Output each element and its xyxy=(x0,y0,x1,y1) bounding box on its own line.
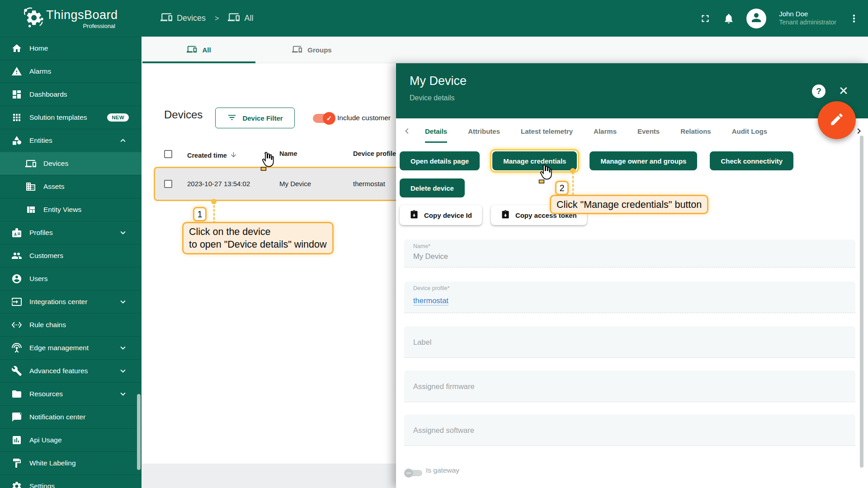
sidebar-item-edge-management[interactable]: Edge management xyxy=(0,336,142,359)
field-placeholder: Assigned firmware xyxy=(413,382,475,390)
close-icon[interactable]: ✕ xyxy=(839,84,849,98)
panel-tab-events[interactable]: Events xyxy=(637,118,660,144)
sidebar-item-entities[interactable]: Entities xyxy=(0,129,142,152)
column-device-profile[interactable]: Device profile xyxy=(353,150,396,157)
panel-subtitle: Device details xyxy=(410,94,455,102)
edit-fab-button[interactable] xyxy=(818,101,856,139)
sidebar-item-white-labeling[interactable]: White Labeling xyxy=(0,451,142,474)
hand-cursor-icon xyxy=(258,151,275,173)
integration-icon xyxy=(11,296,22,307)
device-profile-field[interactable]: Device profile*thermostat xyxy=(404,282,855,313)
sidebar-item-dashboards[interactable]: Dashboards xyxy=(0,83,142,106)
tabs-scroll-left-icon[interactable] xyxy=(401,126,412,136)
tab-groups-label: Groups xyxy=(307,46,331,54)
include-customers-toggle[interactable]: ✓ xyxy=(313,114,333,123)
breadcrumb: Devices > All xyxy=(160,0,253,37)
check-connectivity-button[interactable]: Check connectivity xyxy=(710,151,793,170)
row-checkbox[interactable] xyxy=(164,180,172,188)
sidebar-item-profiles[interactable]: Profiles xyxy=(0,221,142,244)
label-field[interactable]: Label xyxy=(404,326,855,358)
sidebar-item-rule-chains[interactable]: Rule chains xyxy=(0,313,142,336)
delete-device-button[interactable]: Delete device xyxy=(400,178,465,197)
manage-owner-and-groups-button[interactable]: Manage owner and groups xyxy=(590,151,697,170)
sidebar-item-label: Assets xyxy=(43,183,65,191)
tab-groups[interactable]: Groups xyxy=(255,37,368,63)
avatar[interactable] xyxy=(746,9,766,28)
callout1-line2: to open "Device details" window xyxy=(189,238,327,251)
column-name[interactable]: Name xyxy=(279,150,297,157)
sort-desc-icon xyxy=(230,151,237,159)
highlight-ring: Manage credentials xyxy=(490,149,579,173)
device-filter-button[interactable]: Device Filter xyxy=(215,108,295,128)
panel-tab-details[interactable]: Details xyxy=(425,118,447,144)
panel-tab-list: DetailsAttributesLatest telemetryAlarmsE… xyxy=(425,118,767,144)
panel-tab-attributes[interactable]: Attributes xyxy=(468,118,500,144)
category-icon xyxy=(11,135,22,146)
notification-icon xyxy=(11,412,22,422)
tab-all[interactable]: All xyxy=(142,37,255,63)
sidebar-item-settings[interactable]: Settings xyxy=(0,474,142,488)
sidebar-item-users[interactable]: Users xyxy=(0,267,142,290)
panel-tab-latest-telemetry[interactable]: Latest telemetry xyxy=(521,118,573,144)
sidebar-item-home[interactable]: Home xyxy=(0,37,142,60)
sidebar-item-api-usage[interactable]: Api Usage xyxy=(0,428,142,451)
toggle-check-icon: ✓ xyxy=(323,112,335,125)
help-icon[interactable]: ? xyxy=(812,84,826,98)
cell-created-time: 2023-10-27 13:54:02 xyxy=(187,180,250,188)
assigned-software-field[interactable]: Assigned software xyxy=(404,414,855,446)
sidebar-item-label: Alarms xyxy=(29,67,51,75)
sidebar-item-advanced-features[interactable]: Advanced features xyxy=(0,359,142,382)
assigned-firmware-field[interactable]: Assigned firmware xyxy=(404,371,855,402)
sidebar-item-devices[interactable]: Devices xyxy=(0,152,142,175)
brand-name: ThingsBoard xyxy=(46,8,118,22)
sidebar-item-customers[interactable]: Customers xyxy=(0,244,142,267)
domain-icon xyxy=(25,181,36,192)
panel-tab-audit-logs[interactable]: Audit Logs xyxy=(732,118,767,144)
field-label: Device profile* xyxy=(413,285,450,291)
warning-icon xyxy=(11,66,22,77)
sidebar-item-resources[interactable]: Resources xyxy=(0,382,142,405)
manage-credentials-button[interactable]: Manage credentials xyxy=(492,151,577,170)
sidebar-item-label: Dashboards xyxy=(29,90,67,99)
sidebar-item-assets[interactable]: Assets xyxy=(0,175,142,198)
brand-edition: Professional xyxy=(0,23,115,29)
chevron-down-icon xyxy=(118,343,128,353)
more-vert-icon[interactable] xyxy=(848,13,860,24)
name-field[interactable]: Name*My Device xyxy=(404,239,855,267)
callout1-line1: Click on the device xyxy=(189,225,327,238)
apps-icon xyxy=(11,112,22,123)
page-title: Devices xyxy=(164,108,203,121)
sidebar-item-label: Home xyxy=(29,44,48,52)
column-created-time[interactable]: Created time xyxy=(187,150,235,159)
breadcrumb-all[interactable]: All xyxy=(228,11,253,25)
clipboard-icon xyxy=(501,210,510,221)
brand-logo[interactable]: ThingsBoard Professional xyxy=(0,0,142,37)
tabs-scroll-right-icon[interactable] xyxy=(854,126,864,136)
badge-icon xyxy=(11,227,22,238)
is-gateway-toggle[interactable] xyxy=(406,470,422,476)
breadcrumb-devices[interactable]: Devices xyxy=(160,11,206,25)
sidebar-item-label: Users xyxy=(29,275,47,283)
sidebar-item-entity-views[interactable]: Entity Views xyxy=(0,198,142,221)
paint-icon xyxy=(11,458,22,469)
user-info[interactable]: John Doe Tenant administrator xyxy=(779,10,836,26)
sidebar-scrollbar[interactable] xyxy=(137,394,141,470)
notifications-bell-icon[interactable] xyxy=(723,13,735,24)
select-all-checkbox[interactable] xyxy=(164,150,172,158)
panel-tab-relations[interactable]: Relations xyxy=(680,118,711,144)
sidebar-item-notification-center[interactable]: Notification center xyxy=(0,405,142,428)
fullscreen-icon[interactable] xyxy=(699,13,711,24)
sidebar-item-alarms[interactable]: Alarms xyxy=(0,60,142,83)
callout1-step-badge: 1 xyxy=(193,207,207,221)
sidebar: ThingsBoard Professional HomeAlarmsDashb… xyxy=(0,0,142,488)
sidebar-item-solution-templates[interactable]: Solution templatesNEW xyxy=(0,106,142,129)
copy-device-id-button[interactable]: Copy device Id xyxy=(400,205,482,225)
person-icon xyxy=(750,11,763,26)
device-profile-link[interactable]: thermostat xyxy=(413,296,448,305)
callout1-tooltip: Click on the device to open "Device deta… xyxy=(182,222,334,254)
panel-scrollbar[interactable] xyxy=(860,136,863,468)
panel-tab-alarms[interactable]: Alarms xyxy=(594,118,617,144)
chevron-down-icon xyxy=(118,228,128,238)
open-details-page-button[interactable]: Open details page xyxy=(400,151,480,170)
sidebar-item-integrations-center[interactable]: Integrations center xyxy=(0,290,142,313)
